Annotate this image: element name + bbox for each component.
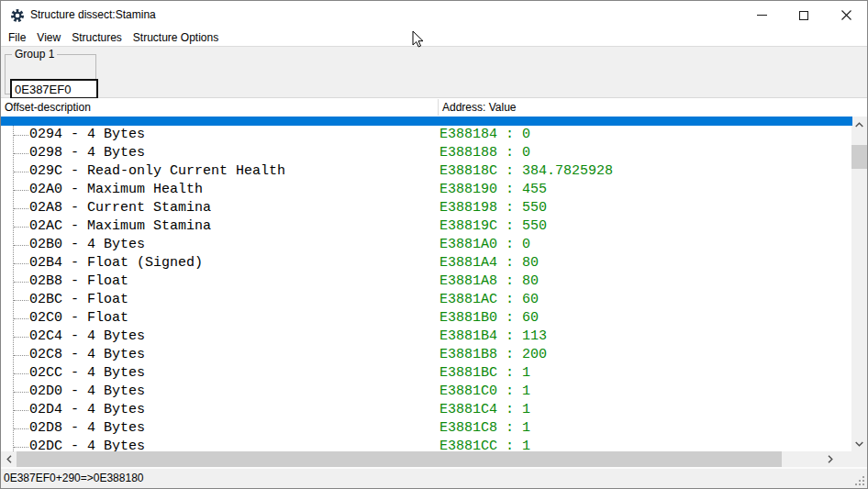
scroll-up-button[interactable] — [851, 117, 867, 132]
struct-row-02AC[interactable]: 02AC - Maximum StaminaE38819C : 550 — [1, 217, 852, 236]
offset-description-cell: 02D0 - 4 Bytes — [29, 383, 145, 401]
chevron-up-icon — [855, 122, 863, 128]
structure-dissect-window: Structure dissect:Stamina FileViewStruct… — [0, 0, 868, 489]
column-divider[interactable] — [438, 99, 439, 116]
struct-row-02C0[interactable]: 02C0 - FloatE3881B0 : 60 — [1, 309, 852, 328]
tree-connector-icon — [14, 263, 28, 264]
struct-row-029C[interactable]: 029C - Read-only Current HealthE38818C :… — [1, 162, 852, 181]
address-value-cell: E38819C : 550 — [440, 217, 547, 236]
offset-description-cell: 02D8 - 4 Bytes — [29, 419, 145, 438]
tree-connector-icon — [14, 392, 28, 393]
column-offset-description[interactable]: Offset-description — [5, 98, 91, 117]
tree-connector-icon — [14, 227, 28, 228]
tree-connector-icon — [14, 190, 28, 191]
address-value-cell: E388198 : 550 — [440, 199, 547, 217]
close-button[interactable] — [825, 1, 867, 29]
offset-description-cell: 0298 - 4 Bytes — [29, 144, 145, 162]
offset-description-cell: 02C8 - 4 Bytes — [29, 346, 145, 364]
offset-description-cell: 02C4 - 4 Bytes — [29, 328, 145, 346]
offset-description-cell: 02A8 - Current Stamina — [29, 199, 211, 217]
struct-row-02CC[interactable]: 02CC - 4 BytesE3881BC : 1 — [1, 364, 852, 383]
window-title: Structure dissect:Stamina — [30, 8, 156, 21]
address-value-cell: E388188 : 0 — [440, 144, 530, 162]
offset-description-cell: 02D4 - 4 Bytes — [29, 401, 145, 419]
offset-description-cell: 02A0 - Maximum Health — [29, 181, 203, 199]
offset-description-cell: 02B8 - Float — [29, 272, 128, 291]
address-value-cell: E388190 : 455 — [440, 181, 547, 199]
group1-label: Group 1 — [12, 48, 57, 61]
group1-box: Group 1 — [5, 54, 96, 94]
group-panel: Group 1 — [1, 46, 867, 98]
offset-description-cell: 02DC - 4 Bytes — [29, 438, 145, 451]
struct-row-02BC[interactable]: 02BC - FloatE3881AC : 60 — [1, 291, 852, 309]
address-value-cell: E38818C : 384.7825928 — [440, 162, 613, 181]
struct-row-02D4[interactable]: 02D4 - 4 BytesE3881C4 : 1 — [1, 401, 852, 419]
chevron-right-icon — [828, 455, 833, 463]
column-address-value[interactable]: Address: Value — [442, 98, 517, 117]
struct-row-02B0[interactable]: 02B0 - 4 BytesE3881A0 : 0 — [1, 236, 852, 254]
horizontal-scrollbar[interactable] — [1, 451, 852, 467]
tree-connector-icon — [14, 135, 28, 136]
struct-row-02D8[interactable]: 02D8 - 4 BytesE3881C8 : 1 — [1, 419, 852, 438]
address-value-cell: E3881B0 : 60 — [440, 309, 539, 328]
address-value-cell: E3881BC : 1 — [440, 364, 530, 383]
struct-row-0298[interactable]: 0298 - 4 BytesE388188 : 0 — [1, 144, 852, 162]
tree-connector-icon — [14, 208, 28, 209]
address-value-cell: E3881A8 : 80 — [440, 272, 539, 291]
horizontal-scroll-thumb[interactable] — [17, 451, 782, 467]
offset-description-cell: 02CC - 4 Bytes — [29, 364, 145, 383]
offset-description-cell: 02B0 - 4 Bytes — [29, 236, 145, 254]
selected-row-partial[interactable] — [1, 117, 852, 126]
menu-structure-options[interactable]: Structure Options — [128, 30, 223, 45]
struct-row-02B4[interactable]: 02B4 - Float (Signed)E3881A4 : 80 — [1, 254, 852, 272]
offset-description-cell: 02BC - Float — [29, 291, 128, 309]
address-value-cell: E3881A0 : 0 — [440, 236, 530, 254]
base-address-input[interactable] — [10, 79, 98, 99]
offset-description-cell: 02C0 - Float — [29, 309, 128, 328]
maximize-icon — [799, 11, 808, 20]
scroll-down-button[interactable] — [851, 436, 867, 451]
tree-connector-icon — [14, 373, 28, 374]
tree-connector-icon — [14, 447, 28, 448]
address-value-cell: E3881A4 : 80 — [440, 254, 539, 272]
struct-row-0294[interactable]: 0294 - 4 BytesE388184 : 0 — [1, 126, 852, 144]
close-icon — [841, 10, 851, 20]
tree-connector-icon — [14, 172, 28, 172]
vertical-scroll-thumb[interactable] — [851, 145, 867, 169]
address-value-cell: E3881CC : 1 — [440, 438, 530, 451]
address-value-cell: E3881B4 : 113 — [440, 328, 547, 346]
scroll-left-button[interactable] — [1, 451, 17, 467]
chevron-down-icon — [855, 441, 863, 447]
struct-row-02C8[interactable]: 02C8 - 4 BytesE3881B8 : 200 — [1, 346, 852, 364]
address-value-cell: E3881C0 : 1 — [440, 383, 530, 401]
status-address-text: 0E387EF0+290=>0E388180 — [4, 469, 143, 488]
tree-connector-icon — [14, 282, 28, 283]
menu-file[interactable]: File — [4, 30, 30, 45]
struct-row-02A0[interactable]: 02A0 - Maximum HealthE388190 : 455 — [1, 181, 852, 199]
titlebar[interactable]: Structure dissect:Stamina — [1, 1, 867, 29]
vertical-scrollbar[interactable] — [851, 117, 867, 451]
menu-structures[interactable]: Structures — [67, 30, 127, 45]
struct-row-02D0[interactable]: 02D0 - 4 BytesE3881C0 : 1 — [1, 383, 852, 401]
app-gear-icon — [10, 8, 25, 23]
statusbar: 0E387EF0+290=>0E388180 — [1, 467, 867, 488]
minimize-icon — [757, 15, 767, 16]
scroll-right-button[interactable] — [822, 451, 838, 467]
resize-grip-icon[interactable] — [854, 475, 865, 486]
structure-list[interactable]: 0294 - 4 BytesE388184 : 00298 - 4 BytesE… — [1, 117, 852, 451]
struct-row-02DC[interactable]: 02DC - 4 BytesE3881CC : 1 — [1, 438, 852, 451]
struct-row-02A8[interactable]: 02A8 - Current StaminaE388198 : 550 — [1, 199, 852, 217]
tree-connector-icon — [14, 355, 28, 356]
menu-view[interactable]: View — [32, 30, 65, 45]
column-header: Offset-description Address: Value — [1, 98, 867, 117]
address-value-cell: E3881C8 : 1 — [440, 419, 530, 438]
menubar: FileViewStructuresStructure Options — [1, 29, 867, 46]
maximize-button[interactable] — [783, 1, 825, 29]
chevron-left-icon — [6, 455, 12, 463]
address-value-cell: E3881AC : 60 — [440, 291, 539, 309]
struct-row-02B8[interactable]: 02B8 - FloatE3881A8 : 80 — [1, 272, 852, 291]
minimize-button[interactable] — [740, 1, 783, 29]
address-value-cell: E3881B8 : 200 — [440, 346, 547, 364]
offset-description-cell: 0294 - 4 Bytes — [29, 126, 145, 144]
struct-row-02C4[interactable]: 02C4 - 4 BytesE3881B4 : 113 — [1, 328, 852, 346]
